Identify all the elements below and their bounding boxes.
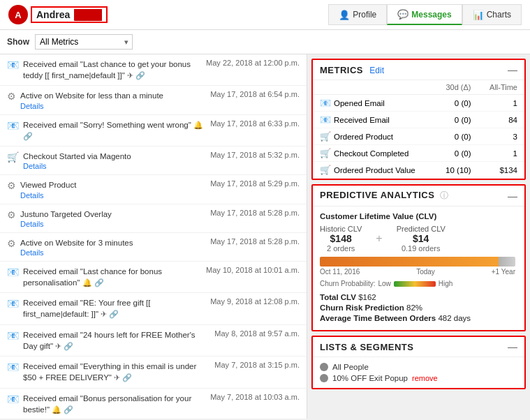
activity-content: Checkout Started via Magento Details — [23, 151, 206, 170]
historic-clv-col: Historic CLV $148 2 orders — [320, 225, 362, 253]
list-item: 🛒 Checkout Started via Magento Details M… — [0, 147, 307, 175]
metrics-title: METRICS — [320, 65, 363, 75]
clv-bar-container: Oct 11, 2016 Today +1 Year — [320, 257, 517, 276]
clv-bar-predicted — [499, 257, 515, 267]
metrics-filter-wrapper[interactable]: All Metrics Email Activity Orders — [35, 34, 133, 50]
bar-label-end: +1 Year — [492, 268, 515, 276]
tab-profile[interactable]: 👤 Profile — [328, 4, 387, 25]
profile-icon: 👤 — [339, 10, 350, 20]
send-icon[interactable]: ✈ — [101, 310, 107, 318]
show-label: Show — [7, 37, 29, 47]
cart-icon: 🛒 — [320, 131, 331, 142]
gear-icon: ⚙ — [7, 180, 16, 191]
churn-high-label: High — [439, 280, 453, 287]
activity-time: May 7, 2018 at 3:15 p.m. — [214, 361, 300, 369]
show-bar: Show All Metrics Email Activity Orders — [0, 30, 530, 54]
clv-bar — [320, 257, 515, 267]
activity-time: May 17, 2018 at 6:33 p.m. — [210, 119, 300, 128]
total-clv-value: $162 — [358, 293, 376, 301]
metric-alltime-val: 1 — [478, 95, 525, 112]
segment-remove-button[interactable]: remove — [412, 374, 438, 382]
metric-name-cell: 🛒 Ordered Product — [313, 128, 434, 145]
link-icon[interactable]: 🔗 — [94, 278, 104, 287]
details-link[interactable]: Details — [20, 220, 206, 228]
list-item: ⚙ Justuno Targeted Overlay Details May 1… — [0, 204, 307, 233]
metrics-filter-select[interactable]: All Metrics Email Activity Orders — [35, 34, 133, 50]
email-icon: 📧 — [7, 393, 19, 405]
details-link[interactable]: Details — [20, 102, 206, 110]
nav-tabs: 👤 Profile 💬 Messages 📊 Charts — [328, 4, 522, 25]
metric-30d-val: 0 (0) — [434, 128, 478, 145]
predicted-clv-value: $14 — [413, 233, 429, 244]
details-link[interactable]: Details — [20, 248, 206, 257]
table-row: 📧 Received Email 0 (0) 84 — [313, 112, 524, 128]
tab-charts[interactable]: 📊 Charts — [462, 4, 522, 25]
metric-alltime-val: 3 — [478, 128, 525, 145]
metrics-collapse-button[interactable]: — — [508, 64, 517, 75]
pa-title-group: PREDICTIVE ANALYTICS ⓘ — [320, 190, 448, 202]
link-icon[interactable]: 🔗 — [109, 310, 119, 318]
activity-time: May 17, 2018 at 5:32 p.m. — [210, 151, 300, 159]
pa-info-icon: ⓘ — [440, 190, 448, 200]
send-icon[interactable]: ✈ — [55, 342, 61, 350]
link-icon[interactable]: 🔗 — [23, 132, 33, 140]
metrics-table: 30d (Δ) All-Time 📧 Opened Email 0 (0) — [313, 80, 524, 179]
metrics-card: METRICS Edit — 30d (Δ) All-Time — [311, 59, 526, 180]
ls-collapse-button[interactable]: — — [508, 341, 517, 352]
link-icon[interactable]: 🔗 — [122, 373, 132, 382]
activity-text: Received email "Sorry! Something went wr… — [23, 119, 206, 142]
metric-name-label: Received Email — [334, 116, 390, 124]
bell-icon[interactable]: 🔔 — [193, 121, 203, 129]
metric-30d-val: 0 (0) — [434, 112, 478, 128]
email-icon: 📧 — [7, 361, 19, 373]
details-link[interactable]: Details — [20, 191, 206, 200]
activity-text: Checkout Started via Magento — [23, 151, 206, 162]
table-row: 🛒 Ordered Product Value 10 (10) $134 — [313, 162, 524, 179]
link-icon[interactable]: 🔗 — [135, 71, 145, 80]
metric-name-label: Opened Email — [334, 99, 385, 107]
email-icon: 📧 — [7, 330, 19, 341]
gear-icon: ⚙ — [7, 91, 16, 102]
list-item: All People — [320, 361, 517, 373]
send-icon[interactable]: ✈ — [127, 71, 133, 80]
predicted-clv-label: Predicted CLV — [397, 225, 446, 233]
link-icon[interactable]: 🔗 — [64, 405, 73, 414]
metric-alltime-val: 1 — [478, 145, 525, 162]
clv-bar-labels: Oct 11, 2016 Today +1 Year — [320, 268, 515, 276]
email-icon: 📧 — [7, 298, 19, 309]
churn-gradient-bar — [394, 281, 436, 287]
link-icon[interactable]: 🔗 — [64, 342, 73, 350]
activity-text: Received email "Bonus personalisation fo… — [23, 393, 206, 415]
churn-risk-value: 82% — [406, 303, 422, 312]
bell-icon[interactable]: 🔔 — [52, 405, 61, 414]
activity-content: Received email "Sorry! Something went wr… — [23, 119, 206, 142]
historic-clv-value: $148 — [330, 233, 352, 244]
col-alltime: All-Time — [478, 80, 525, 95]
col-metric-name — [313, 80, 434, 95]
messages-icon: 💬 — [397, 9, 408, 20]
metric-name-cell: 📧 Received Email — [313, 112, 434, 128]
historic-clv-label: Historic CLV — [320, 225, 362, 233]
send-icon[interactable]: ✈ — [114, 373, 120, 382]
pa-subtitle: Customer Lifetime Value (CLV) — [320, 212, 517, 220]
metrics-edit-button[interactable]: Edit — [369, 66, 384, 75]
metric-alltime-val: 84 — [478, 112, 525, 128]
clv-bar-historic — [320, 257, 499, 267]
activity-text: Received email "24 hours left for FREE M… — [23, 329, 210, 352]
email-icon: 📧 — [7, 59, 19, 70]
tab-messages[interactable]: 💬 Messages — [387, 4, 462, 25]
table-row: 🛒 Checkout Completed 0 (0) 1 — [313, 145, 524, 162]
activity-time: May 17, 2018 at 5:28 p.m. — [210, 237, 300, 246]
list-item: ⚙ Viewed Product Details May 17, 2018 at… — [0, 175, 307, 204]
activity-time: May 17, 2018 at 6:54 p.m. — [210, 90, 300, 98]
cart-icon: 🛒 — [320, 148, 331, 158]
pa-collapse-button[interactable]: — — [508, 190, 517, 202]
activity-content: Active on Website for 3 minutes Details — [20, 237, 206, 257]
bell-icon[interactable]: 🔔 — [82, 278, 92, 287]
ls-card-header: LISTS & SEGMENTS — — [313, 337, 524, 357]
cart-icon: 🛒 — [320, 165, 331, 175]
metric-30d-val: 0 (0) — [434, 95, 478, 112]
activity-content: Received email "24 hours left for FREE M… — [23, 329, 210, 352]
ls-title: LISTS & SEGMENTS — [320, 342, 413, 352]
details-link[interactable]: Details — [23, 162, 206, 170]
